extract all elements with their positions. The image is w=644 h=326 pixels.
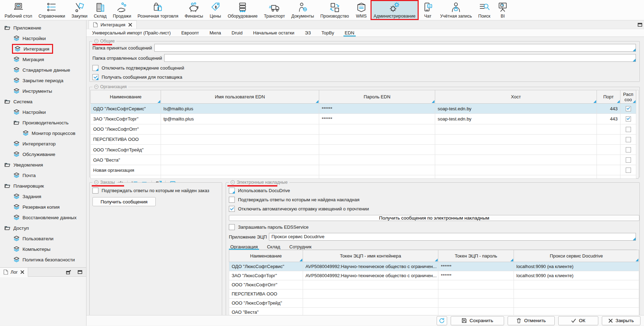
toolbar-item-warehouse[interactable]: Склад (91, 0, 110, 20)
subtab-topby[interactable]: TopBy (321, 29, 334, 37)
column-header[interactable]: Токен ЭЦП - пароль (438, 250, 514, 262)
column-header[interactable]: Расп соо (620, 90, 636, 104)
confirm-no-order-checkbox[interactable] (92, 188, 98, 194)
collapse-icon[interactable]: − (94, 85, 98, 89)
log-tab[interactable]: Лог (0, 268, 28, 277)
sidebar-item-интеграция[interactable]: Интеграция (0, 44, 86, 54)
subtab-начальные-остатки[interactable]: Начальные остатки (253, 29, 294, 37)
table-row[interactable]: ЗАО "ЛюксСофтТорг"tp@mailto.plus******so… (91, 114, 636, 124)
sidebar-item-стандартные-данные[interactable]: Стандартные данные (0, 65, 86, 75)
subtab-мила[interactable]: Мила (210, 29, 221, 37)
toolbar-item-production[interactable]: Производство (317, 0, 352, 20)
received-folder-input[interactable] (154, 44, 636, 52)
toolbar-item-account[interactable]: Учётная запись (437, 0, 475, 20)
einvoice-tab-организация[interactable]: Организация (230, 244, 258, 249)
sidebar-item-закрытие-периода[interactable]: Закрытие периода (0, 75, 86, 86)
sidebar-item-пользователи[interactable]: Пользователи (0, 233, 86, 244)
sidebar-item-инструменты[interactable]: Инструменты (0, 86, 86, 96)
toolbar-item-prices[interactable]: Цены (206, 0, 225, 20)
disable-read-notice-checkbox[interactable] (229, 206, 235, 212)
sent-folder-input[interactable] (164, 54, 636, 62)
column-header[interactable]: Порт (597, 90, 620, 104)
table-row[interactable]: ЗАО "ЛюксСофтТорг"AVP5080049992:Научно-т… (229, 271, 639, 280)
undock-icon[interactable] (64, 270, 73, 274)
receive-supplier-checkbox[interactable] (92, 74, 98, 80)
sidebar-item-восстановление-данных[interactable]: Восстановление данных (0, 212, 86, 223)
row-flag-checkbox[interactable] (626, 157, 631, 163)
row-flag-checkbox[interactable] (626, 137, 631, 142)
sidebar-item-уведомления[interactable]: Уведомления (0, 159, 86, 170)
sidebar-item-настройки[interactable]: Настройки (0, 107, 86, 117)
sidebar-item-резервная-копия[interactable]: Резервная копия (0, 202, 86, 212)
toolbar-item-bi[interactable]: BI (494, 0, 512, 20)
subtab-druid[interactable]: Druid (232, 29, 243, 37)
tab-integration[interactable]: Интеграция (89, 20, 137, 29)
toolbar-item-retail[interactable]: Розничная торговля (134, 0, 181, 20)
collapse-icon[interactable]: − (94, 180, 98, 184)
sidebar-item-настройки[interactable]: Настройки (0, 33, 86, 44)
refresh-button[interactable] (437, 316, 447, 325)
close-button[interactable]: Закрыть (602, 316, 640, 325)
column-header[interactable]: Имя пользователя EDN (161, 90, 319, 104)
column-header[interactable]: Хост (435, 90, 597, 104)
row-flag-checkbox[interactable] (626, 106, 631, 111)
sidebar-item-планировщик[interactable]: Планировщик (0, 181, 86, 191)
sidebar-item-интерпретатор[interactable]: Интерпретатор (0, 138, 86, 149)
toolbar-item-documents[interactable]: Документы (288, 0, 317, 20)
toolbar-item-administration[interactable]: Администрирование (371, 0, 419, 20)
row-flag-checkbox[interactable] (626, 147, 631, 152)
collapse-icon[interactable]: − (94, 39, 98, 43)
toolbar-item-transport[interactable]: Транспорт (261, 0, 288, 20)
scrollbar-vertical[interactable] (636, 90, 639, 178)
subtab-edn[interactable]: EDN (345, 29, 354, 37)
sidebar-item-политика-безопасности[interactable]: Политика безопасности (0, 254, 86, 265)
subtab-универсальный-импорт-прайс-лист-[interactable]: Универсальный импорт (Прайс-лист) (92, 29, 171, 37)
confirm-no-invoice-checkbox[interactable] (229, 197, 235, 203)
table-row[interactable]: ПЕРСПЕКТИВА ООО (91, 134, 636, 144)
column-header[interactable]: Токен ЭЦП - имя контейнера (303, 250, 438, 262)
subtab-евроопт[interactable]: Евроопт (181, 29, 199, 37)
table-row[interactable]: ОДО "ЛюксСофтСервис"AVP5080049992:Научно… (229, 262, 639, 271)
sidebar-item-производительность[interactable]: Производительность (0, 117, 86, 128)
toolbar-item-purchases[interactable]: Закупки (68, 0, 91, 20)
toolbar-item-chat[interactable]: Чат (419, 0, 437, 20)
toolbar-item-references[interactable]: Справочники (35, 0, 68, 20)
einvoice-tab-сотрудник[interactable]: Сотрудник (289, 244, 311, 249)
column-header[interactable]: Пароль EDN (319, 90, 435, 104)
sidebar-item-компьютеры[interactable]: Компьютеры (0, 244, 86, 254)
toolbar-item-equipment[interactable]: Оборудование (225, 0, 261, 20)
save-button[interactable]: Сохранить (451, 316, 504, 325)
table-row[interactable]: ООО "ЛюксСофтТрейд" (229, 299, 639, 308)
table-row[interactable]: Новая организация (91, 165, 636, 175)
column-header[interactable]: Наименование (91, 90, 161, 104)
cancel-button[interactable]: Отменить (508, 316, 555, 325)
ask-eds-password-checkbox[interactable] (229, 224, 235, 230)
collapse-icon[interactable]: − (231, 180, 235, 184)
sidebar-item-приложение[interactable]: Приложение (0, 22, 86, 33)
column-header[interactable]: Прокси сервис Docudrive (514, 250, 639, 262)
table-row[interactable]: ООО "ЛюксСофтОпт" (91, 124, 636, 134)
table-row[interactable]: ООО "ЛюксСофтТрейд" (91, 144, 636, 155)
sidebar-item-доступ[interactable]: Доступ (0, 223, 86, 233)
subtab-эз[interactable]: ЭЗ (305, 29, 311, 37)
row-flag-checkbox[interactable] (626, 168, 631, 173)
maximize-icon[interactable] (76, 270, 84, 274)
table-row[interactable]: ОДО "ЛюксСофтСервис"ls@mailto.plus******… (91, 104, 636, 114)
einvoice-tab-склад[interactable]: Склад (267, 244, 280, 249)
table-row[interactable]: ОАО "Веста" (91, 155, 636, 165)
signing-app-input[interactable]: Прокси сервис Docudrive (269, 233, 636, 241)
column-header[interactable]: Наименование (229, 250, 303, 262)
table-row[interactable]: ОАО "Веста" (229, 308, 639, 315)
close-icon[interactable] (128, 23, 132, 27)
sidebar-item-система[interactable]: Система (0, 96, 86, 107)
toolbar-item-wms[interactable]: WMS (352, 0, 371, 20)
maximize-icon[interactable] (636, 20, 644, 29)
sidebar-item-монитор-процессов[interactable]: Монитор процессов (0, 128, 86, 138)
sidebar-item-почта[interactable]: Почта (0, 170, 86, 181)
get-einvoice-messages-button[interactable]: Получить сообщения по электронным наклад… (229, 215, 639, 221)
sidebar-item-обслуживание[interactable]: Обслуживание (0, 149, 86, 159)
close-icon[interactable] (20, 270, 24, 274)
toolbar-item-finance[interactable]: Финансы (181, 0, 206, 20)
row-flag-checkbox[interactable] (626, 127, 631, 132)
table-row[interactable]: ПЕРСПЕКТИВА ООО (229, 289, 639, 299)
